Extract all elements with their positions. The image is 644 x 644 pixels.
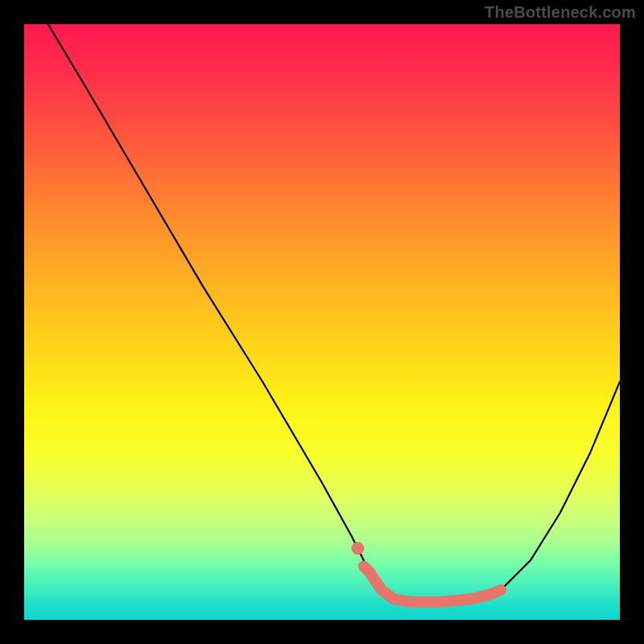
chart-container: TheBottleneck.com: [0, 0, 644, 644]
watermark-text: TheBottleneck.com: [485, 3, 636, 22]
curve-layer: [24, 24, 620, 620]
plot-area: [24, 24, 620, 620]
highlight-dot: [351, 542, 364, 555]
highlight-segment: [364, 566, 501, 601]
main-curve: [48, 24, 620, 602]
